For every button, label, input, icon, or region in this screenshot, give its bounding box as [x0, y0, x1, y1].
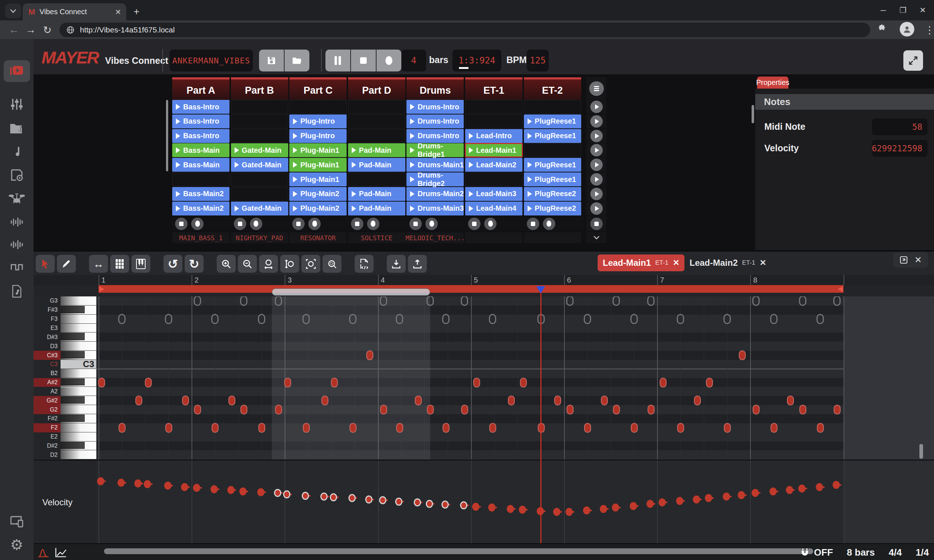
clip-gated-main[interactable]: Gated-Main: [231, 143, 288, 157]
clip-lead-main2[interactable]: Lead-Main2: [465, 158, 522, 172]
tool-undo[interactable]: ↺: [163, 255, 182, 273]
track-stop-button[interactable]: [409, 218, 422, 230]
url-bar[interactable]: http://Vibes-14a51f675.local: [60, 23, 870, 37]
midi-note[interactable]: [520, 378, 527, 388]
track-stop-button[interactable]: [234, 218, 246, 230]
velocity-dot[interactable]: [257, 488, 265, 496]
properties-field-value-velocity[interactable]: 0,6299212598: [872, 140, 928, 157]
clip-plug-main2[interactable]: Plug-Main2: [289, 202, 347, 215]
grid-column-header-part-a[interactable]: Part A: [172, 77, 230, 102]
tool-piano[interactable]: [131, 255, 150, 273]
properties-scrollbar[interactable]: [752, 105, 754, 123]
save-button[interactable]: [259, 49, 284, 71]
velocity-dot[interactable]: [786, 486, 793, 494]
velocity-dot[interactable]: [752, 489, 759, 497]
velocity-dot[interactable]: [583, 506, 590, 514]
midi-note[interactable]: [739, 350, 746, 360]
position-field[interactable]: 1:3:924: [452, 49, 501, 71]
snap-toggle[interactable]: OFF: [799, 547, 833, 558]
piano-key-black[interactable]: [60, 333, 85, 340]
midi-note[interactable]: [660, 378, 667, 388]
velocity-dot[interactable]: [630, 502, 637, 510]
velocity-dot[interactable]: [705, 494, 712, 502]
clip-drums-intro[interactable]: Drums-Intro: [407, 129, 464, 143]
midi-note[interactable]: [489, 423, 496, 433]
line-chart-icon[interactable]: [55, 547, 67, 558]
midi-note[interactable]: [631, 423, 638, 433]
velocity-dot[interactable]: [395, 498, 402, 506]
piano-key-white[interactable]: [60, 423, 96, 432]
velocity-dot[interactable]: [426, 500, 433, 508]
clip-drums-main2[interactable]: Drums-Main2: [407, 187, 464, 201]
track-record-button[interactable]: [191, 218, 203, 230]
midi-note[interactable]: [677, 423, 684, 433]
profile-avatar[interactable]: [900, 22, 914, 37]
velocity-dot[interactable]: [144, 480, 151, 488]
midi-note[interactable]: [396, 423, 403, 433]
track-stop-button[interactable]: [175, 218, 188, 230]
clip-slot-empty[interactable]: [231, 172, 288, 186]
midi-note[interactable]: [461, 405, 468, 415]
grid-collapse-chevron[interactable]: [586, 232, 606, 243]
midi-note[interactable]: [145, 378, 152, 388]
midi-note[interactable]: [415, 395, 422, 405]
tool-pencil[interactable]: [57, 255, 76, 273]
sidebar-item-midi-doc[interactable]: [4, 280, 30, 302]
length-indicator[interactable]: 8 bars: [847, 547, 875, 558]
midi-note[interactable]: [258, 423, 265, 433]
tool-select[interactable]: [36, 255, 55, 273]
scene-launch-button[interactable]: [590, 144, 603, 156]
clip-plugreese1[interactable]: PlugReese1: [524, 129, 581, 143]
velocity-dot[interactable]: [414, 498, 421, 506]
piano-key-c3[interactable]: C3: [60, 360, 96, 369]
bpm-field[interactable]: 125: [527, 49, 549, 71]
clip-plugreese1[interactable]: PlugReese1: [524, 158, 581, 172]
midi-note[interactable]: [136, 395, 142, 405]
velocity-curve-icon[interactable]: [37, 547, 49, 558]
velocity-dot[interactable]: [488, 503, 495, 512]
grid-column-header-part-c[interactable]: Part C: [289, 77, 347, 102]
sidebar-item-step-automation[interactable]: [4, 256, 30, 278]
clip-plug-intro[interactable]: Plug-Intro: [289, 129, 347, 143]
clip-plug-main1[interactable]: Plug-Main1: [289, 143, 347, 157]
scene-launch-button[interactable]: [590, 158, 603, 171]
piano-key-black[interactable]: [60, 396, 85, 404]
track-record-button[interactable]: [484, 218, 496, 230]
clip-pad-main[interactable]: Pad-Main: [348, 143, 405, 157]
midi-note[interactable]: [473, 378, 480, 388]
editor-close-icon[interactable]: ✕: [915, 255, 922, 265]
midi-note[interactable]: [694, 395, 701, 405]
clip-lead-main3[interactable]: Lead-Main3: [465, 187, 522, 201]
sidebar-item-wave-2[interactable]: [4, 234, 30, 255]
scene-launch-button[interactable]: [590, 202, 603, 215]
clip-bass-intro[interactable]: Bass-Intro: [172, 114, 230, 128]
velocity-dot[interactable]: [227, 486, 234, 494]
pause-button[interactable]: [325, 49, 350, 71]
track-stop-button[interactable]: [527, 218, 539, 230]
track-record-button[interactable]: [425, 218, 438, 230]
midi-note[interactable]: [706, 378, 713, 388]
midi-note[interactable]: [799, 405, 806, 415]
midi-note[interactable]: [427, 405, 434, 415]
project-name-field[interactable]: ANKERMANN_VIBES: [170, 49, 253, 71]
scene-launch-button[interactable]: [590, 173, 603, 186]
clip-slot-empty[interactable]: [231, 129, 288, 143]
fullscreen-button[interactable]: [903, 50, 923, 71]
tool-zoom-reset[interactable]: [322, 255, 342, 273]
tool-zoom-select[interactable]: [301, 255, 321, 273]
editor-vscrollbar[interactable]: [919, 444, 923, 458]
editor-scroll-handle[interactable]: [272, 288, 430, 296]
clip-slot-empty[interactable]: [231, 187, 288, 201]
piano-key-white[interactable]: [60, 387, 96, 396]
grid-division[interactable]: 1/4: [916, 547, 929, 558]
window-close-button[interactable]: ✕: [914, 5, 931, 16]
clip-plugreese2[interactable]: PlugReese2: [524, 187, 581, 201]
velocity-dot[interactable]: [612, 503, 619, 512]
tool-midi-file[interactable]: [354, 255, 374, 273]
editor-tab-lead-main1[interactable]: Lead-Main1ET-1✕: [598, 254, 684, 271]
velocity-dot[interactable]: [566, 508, 573, 516]
grid-column-header-et-2[interactable]: ET-2: [524, 77, 581, 102]
tool-zoom-out[interactable]: [238, 255, 257, 273]
midi-note[interactable]: [817, 423, 824, 433]
clip-lead-intro[interactable]: Lead-Intro: [465, 129, 522, 143]
